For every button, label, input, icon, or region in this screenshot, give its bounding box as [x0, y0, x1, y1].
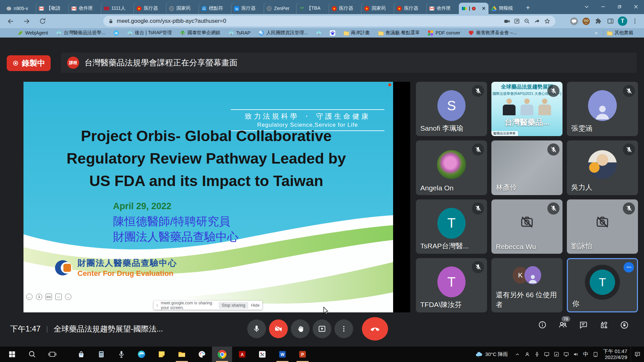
participant-tile[interactable]: TTFDA\陳汝芬: [416, 258, 487, 312]
tab[interactable]: ★医疗器: [133, 3, 166, 14]
tab[interactable]: 【敬請: [36, 3, 68, 14]
recorder-taskbar-icon[interactable]: [111, 347, 131, 362]
participant-tile[interactable]: 全球藥品法規趨勢展望國際法規學會(RAPS)2021 大會心得分享(一)醫藥品法…: [491, 82, 562, 136]
bookmark-star-icon[interactable]: [542, 16, 552, 26]
bookmark-item[interactable]: [316, 30, 322, 36]
participant-tile[interactable]: TTsRAP台灣醫...: [416, 199, 487, 254]
tray-chevron-icon[interactable]: [513, 347, 522, 362]
tab[interactable]: PO標點符: [199, 3, 231, 14]
reload-button[interactable]: [37, 15, 48, 27]
hide-toast-button[interactable]: Hide: [251, 303, 260, 308]
close-button[interactable]: [628, 0, 644, 13]
camera-sharing-icon[interactable]: [502, 16, 512, 26]
profile-avatar[interactable]: T: [618, 16, 627, 26]
zoom-icon[interactable]: [522, 16, 532, 26]
tab-meet-active[interactable]: ✕: [459, 3, 488, 14]
owl-extension-icon[interactable]: [582, 17, 591, 26]
minimize-button[interactable]: [595, 0, 611, 13]
store-taskbar-icon[interactable]: [71, 347, 91, 362]
forward-button[interactable]: [21, 15, 32, 27]
tab[interactable]: 收件匣: [426, 3, 459, 14]
open-in-app-icon[interactable]: [512, 16, 522, 26]
tab[interactable]: ★国家药: [361, 3, 394, 14]
tab[interactable]: 簡報檔: [488, 3, 521, 14]
present-button[interactable]: [313, 319, 331, 338]
more-options-button[interactable]: [334, 319, 353, 338]
network-icon[interactable]: [561, 347, 571, 362]
participant-tile[interactable]: Angela On: [416, 140, 487, 195]
participant-tile[interactable]: 吳力人: [567, 140, 638, 195]
tab-search-chevron-icon[interactable]: [578, 0, 595, 13]
start-taskbar-icon[interactable]: [2, 347, 22, 362]
edge-taskbar-icon[interactable]: [131, 347, 152, 362]
info-button[interactable]: [538, 320, 547, 329]
raise-hand-button[interactable]: [291, 319, 310, 338]
tab[interactable]: n905-v: [3, 3, 36, 14]
share-icon[interactable]: [532, 16, 542, 26]
snip-taskbar-icon[interactable]: [252, 347, 272, 362]
tab-close-icon[interactable]: ✕: [482, 6, 486, 11]
tile-options-button[interactable]: [624, 262, 634, 273]
participant-tile[interactable]: 劉詠怡: [567, 199, 638, 254]
tab[interactable]: ★医疗器: [394, 3, 426, 14]
bookmark-item[interactable]: 會議廳.餐點選單: [378, 30, 420, 36]
tab[interactable]: ZenPer: [264, 3, 296, 14]
side-panel-icon[interactable]: [606, 17, 615, 26]
end-call-button[interactable]: [362, 317, 388, 341]
weather-widget[interactable]: 30°C 陣雨: [475, 350, 508, 358]
bookmark-item[interactable]: WebjAgent: [17, 30, 48, 36]
captions-icon[interactable]: CC: [46, 294, 52, 300]
download-icon[interactable]: ⇓: [36, 294, 42, 300]
more-tools-icon[interactable]: ⋯: [55, 294, 62, 300]
volume-icon[interactable]: [571, 347, 581, 362]
host-controls-button[interactable]: [620, 320, 629, 329]
bookmark-item[interactable]: PDF conver: [428, 30, 460, 36]
tab[interactable]: 【TBA: [296, 3, 329, 14]
activities-button[interactable]: [599, 320, 608, 329]
bookmark-item[interactable]: [113, 30, 119, 36]
participant-tile[interactable]: Rebecca Wu: [491, 199, 562, 254]
other-bookmarks-folder[interactable]: 其他書籤: [607, 30, 633, 36]
tab[interactable]: 国家药: [166, 3, 199, 14]
participant-tile[interactable]: 張雯涵: [567, 82, 638, 136]
maximize-button[interactable]: [611, 0, 628, 13]
address-bar[interactable]: meet.google.com/ysx-ptbb-ayc?authuser=0: [103, 16, 555, 26]
taskbar-clock[interactable]: 下午 01:47 2022/4/29: [603, 348, 627, 360]
bookmark-item[interactable]: 藥害救濟基金會 –...: [468, 30, 517, 36]
participant-tile[interactable]: K還有另外 66 位使用者: [491, 258, 562, 312]
chat-button[interactable]: [579, 320, 588, 329]
url-text[interactable]: meet.google.com/ysx-ptbb-ayc?authuser=0: [117, 18, 502, 24]
back-button[interactable]: [5, 15, 16, 27]
new-tab-button[interactable]: +: [523, 3, 533, 13]
camera-button[interactable]: [269, 319, 288, 338]
word-taskbar-icon[interactable]: W: [272, 347, 292, 362]
mic-button[interactable]: [247, 319, 266, 338]
next-slide-icon[interactable]: →: [65, 294, 71, 300]
line-extension-icon[interactable]: [570, 17, 579, 26]
ppt-taskbar-icon[interactable]: P: [292, 347, 313, 362]
tab[interactable]: 知医疗器: [231, 3, 264, 14]
bookmark-item[interactable]: 人民團體資訊管理...: [259, 30, 308, 36]
tab[interactable]: ★医疗器: [329, 3, 361, 14]
prev-slide-icon[interactable]: ←: [26, 294, 33, 300]
participant-tile[interactable]: 林彥伶: [491, 140, 562, 195]
tablet-mode-icon[interactable]: [591, 347, 600, 362]
notes-taskbar-icon[interactable]: [152, 347, 172, 362]
stop-sharing-button[interactable]: Stop sharing: [219, 302, 248, 309]
bookmark-item[interactable]: [330, 30, 335, 36]
calc-taskbar-icon[interactable]: [91, 347, 111, 362]
browser-menu-icon[interactable]: [630, 17, 639, 26]
display-icon[interactable]: [542, 347, 551, 362]
tab[interactable]: 收件匣: [68, 3, 101, 14]
snip-tool-icon[interactable]: [551, 347, 561, 362]
extensions-puzzle-icon[interactable]: [594, 17, 603, 26]
participant-tile-self[interactable]: T你: [567, 258, 638, 312]
bookmark-item[interactable]: 兩岸計畫: [343, 30, 370, 36]
participant-tile[interactable]: SSanofi 李珮瑜: [416, 82, 487, 136]
mic-icon[interactable]: [532, 347, 542, 362]
bookmarks-overflow-chevron[interactable]: »: [595, 30, 598, 36]
search-taskbar-icon[interactable]: [22, 347, 42, 362]
bookmark-item[interactable]: 國泰世華企網銀: [180, 30, 220, 36]
paint-taskbar-icon[interactable]: [192, 347, 212, 362]
toast-grip[interactable]: ‖: [156, 303, 158, 307]
